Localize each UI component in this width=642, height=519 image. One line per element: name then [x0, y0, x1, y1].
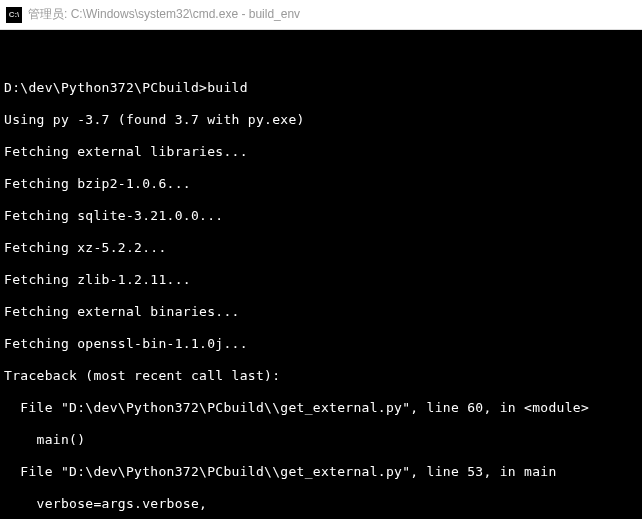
terminal-line: verbose=args.verbose, [4, 496, 638, 512]
terminal-output[interactable]: D:\dev\Python372\PCbuild>build Using py … [0, 30, 642, 519]
terminal-line: File "D:\dev\Python372\PCbuild\\get_exte… [4, 400, 638, 416]
terminal-line: Fetching openssl-bin-1.1.0j... [4, 336, 638, 352]
terminal-line: D:\dev\Python372\PCbuild>build [4, 80, 638, 96]
terminal-line: main() [4, 432, 638, 448]
window-title: 管理员: C:\Windows\system32\cmd.exe - build… [28, 6, 300, 23]
cmd-icon: C:\ [6, 7, 22, 23]
cmd-icon-label: C:\ [9, 10, 20, 19]
terminal-line: File "D:\dev\Python372\PCbuild\\get_exte… [4, 464, 638, 480]
window-titlebar: C:\ 管理员: C:\Windows\system32\cmd.exe - b… [0, 0, 642, 30]
terminal-line: Fetching zlib-1.2.11... [4, 272, 638, 288]
terminal-line: Fetching xz-5.2.2... [4, 240, 638, 256]
terminal-line: Fetching bzip2-1.0.6... [4, 176, 638, 192]
terminal-line: Traceback (most recent call last): [4, 368, 638, 384]
terminal-line: Fetching external libraries... [4, 144, 638, 160]
terminal-line: Fetching sqlite-3.21.0.0... [4, 208, 638, 224]
terminal-line: Fetching external binaries... [4, 304, 638, 320]
terminal-line: Using py -3.7 (found 3.7 with py.exe) [4, 112, 638, 128]
